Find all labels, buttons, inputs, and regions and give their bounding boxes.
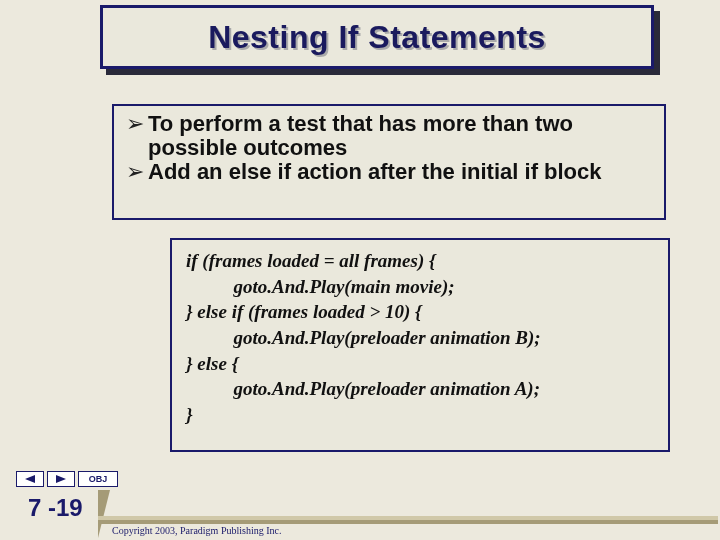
svg-marker-1 xyxy=(56,475,66,483)
title-panel: Nesting If Statements xyxy=(100,5,654,69)
slide-title: Nesting If Statements xyxy=(208,19,546,56)
copyright-text: Copyright 2003, Paradigm Publishing Inc. xyxy=(112,525,281,536)
decoration-bar xyxy=(98,520,718,524)
page-number: 7 -19 xyxy=(28,494,83,522)
triangle-right-icon xyxy=(56,475,66,483)
nav-bar: OBJ xyxy=(16,470,118,488)
triangle-left-icon xyxy=(25,475,35,483)
arrow-bullet-icon: ➢ xyxy=(126,160,144,184)
svg-marker-0 xyxy=(25,475,35,483)
obj-button[interactable]: OBJ xyxy=(78,471,118,487)
prev-button[interactable] xyxy=(16,471,44,487)
bullet-text: To perform a test that has more than two… xyxy=(148,112,654,160)
arrow-bullet-icon: ➢ xyxy=(126,112,144,136)
content-panel: ➢ To perform a test that has more than t… xyxy=(112,104,666,220)
code-block: if (frames loaded = all frames) { goto.A… xyxy=(170,238,670,452)
decoration-wedge xyxy=(98,490,110,538)
bullet-item: ➢ Add an else if action after the initia… xyxy=(126,160,654,184)
obj-label: OBJ xyxy=(89,474,108,484)
next-button[interactable] xyxy=(47,471,75,487)
bullet-item: ➢ To perform a test that has more than t… xyxy=(126,112,654,160)
title-container: Nesting If Statements xyxy=(100,5,660,75)
bullet-text: Add an else if action after the initial … xyxy=(148,160,602,184)
